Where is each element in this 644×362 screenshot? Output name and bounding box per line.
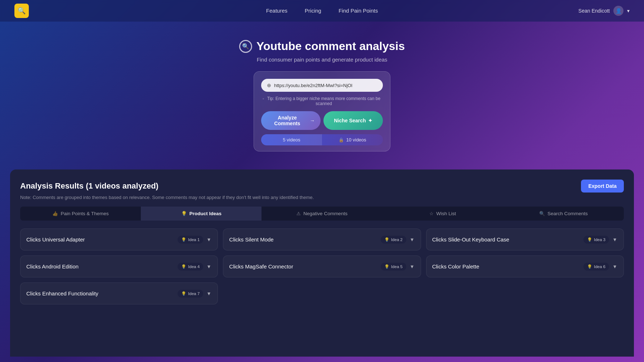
video-count-toggle[interactable]: 5 videos 🔒 10 videos — [261, 134, 383, 145]
idea-badge-4: 💡 Idea 4 — [178, 263, 203, 271]
idea-card-3[interactable]: Clicks Slide-Out Keyboard Case 💡 Idea 3 … — [426, 228, 624, 250]
export-data-button[interactable]: Export Data — [581, 180, 624, 193]
nav-pricing[interactable]: Pricing — [305, 8, 321, 14]
nav-find-pain-points[interactable]: Find Pain Points — [339, 8, 378, 14]
url-input-wrap: ⊕ — [261, 79, 383, 92]
idea-expand-button-2[interactable]: ▾ — [409, 235, 415, 244]
url-icon: ⊕ — [267, 82, 271, 88]
idea-title-6: Clicks Color Palette — [432, 263, 479, 270]
idea-left-5: Clicks MagSafe Connector — [229, 263, 293, 270]
idea-title-3: Clicks Slide-Out Keyboard Case — [432, 236, 509, 243]
user-chevron-icon: ▾ — [627, 8, 630, 14]
idea-left-2: Clicks Silent Mode — [229, 236, 273, 243]
idea-card-5[interactable]: Clicks MagSafe Connector 💡 Idea 5 ▾ — [223, 255, 421, 277]
tab-wish-list[interactable]: ☆ Wish List — [383, 207, 503, 221]
idea-badge-1: 💡 Idea 1 — [178, 236, 203, 244]
idea-bulb-icon-3: 💡 — [587, 237, 592, 242]
results-section: Analysis Results (1 videos analyzed) Exp… — [10, 169, 634, 357]
tab-product-ideas-label: Product Ideas — [189, 211, 222, 216]
user-avatar-icon: 👤 — [613, 6, 623, 16]
idea-right-6: 💡 Idea 6 ▾ — [583, 262, 618, 271]
analyze-label: Analyze Comments — [267, 115, 308, 126]
tab-wish-icon: ☆ — [429, 211, 434, 216]
idea-expand-button-1[interactable]: ▾ — [206, 235, 212, 244]
idea-expand-button-7[interactable]: ▾ — [206, 289, 212, 298]
url-input[interactable] — [274, 83, 377, 88]
search-card: ⊕ ◦ Tip: Entering a bigger niche means m… — [254, 71, 390, 151]
idea-badge-7: 💡 Idea 7 — [178, 290, 203, 298]
results-title: Analysis Results (1 videos analyzed) — [20, 181, 158, 191]
idea-right-3: 💡 Idea 3 ▾ — [583, 235, 618, 244]
lock-icon: 🔒 — [339, 137, 344, 142]
idea-expand-button-3[interactable]: ▾ — [612, 235, 618, 244]
tip-icon: ◦ — [263, 96, 264, 101]
idea-title-2: Clicks Silent Mode — [229, 236, 273, 243]
idea-badge-3: 💡 Idea 3 — [583, 236, 609, 244]
idea-bulb-icon-1: 💡 — [181, 237, 186, 242]
tab-pain-points-icon: 👍 — [52, 211, 58, 216]
idea-expand-button-6[interactable]: ▾ — [612, 262, 618, 271]
idea-left-7: Clicks Enhanced Functionality — [26, 290, 98, 297]
idea-card-4[interactable]: Clicks Android Edition 💡 Idea 4 ▾ — [20, 255, 218, 277]
tip-text: ◦ Tip: Entering a bigger niche means mor… — [261, 96, 383, 106]
idea-card-7[interactable]: Clicks Enhanced Functionality 💡 Idea 7 ▾ — [20, 282, 218, 304]
idea-card-6[interactable]: Clicks Color Palette 💡 Idea 6 ▾ — [426, 255, 624, 277]
analyze-comments-button[interactable]: Analyze Comments → — [261, 111, 321, 130]
niche-search-button[interactable]: Niche Search ✦ — [323, 111, 383, 130]
tab-negative-comments[interactable]: ⚠ Negative Comments — [261, 207, 382, 221]
idea-bulb-icon-6: 💡 — [587, 264, 592, 269]
tab-negative-label: Negative Comments — [303, 211, 347, 216]
navbar: 🔍 Features Pricing Find Pain Points Sean… — [0, 0, 644, 22]
video-5-option[interactable]: 5 videos — [261, 134, 322, 145]
idea-left-4: Clicks Android Edition — [26, 263, 79, 270]
user-menu[interactable]: Sean Endicott 👤 ▾ — [578, 6, 630, 16]
tab-pain-points[interactable]: 👍 Pain Points & Themes — [20, 207, 141, 221]
hero-section: 🔍 Youtube comment analysis Find consumer… — [0, 22, 644, 162]
tabs-bar: 👍 Pain Points & Themes 💡 Product Ideas ⚠… — [20, 207, 624, 221]
video-10-label: 10 videos — [346, 137, 366, 142]
idea-badge-2: 💡 Idea 2 — [381, 236, 406, 244]
hero-title-text: Youtube comment analysis — [256, 40, 405, 53]
nav-links: Features Pricing Find Pain Points — [266, 8, 378, 14]
idea-badge-5: 💡 Idea 5 — [381, 263, 406, 271]
idea-right-7: 💡 Idea 7 ▾ — [178, 289, 212, 298]
tab-product-ideas[interactable]: 💡 Product Ideas — [141, 207, 261, 221]
logo-icon: 🔍 — [18, 7, 26, 15]
idea-right-5: 💡 Idea 5 ▾ — [381, 262, 415, 271]
idea-left-6: Clicks Color Palette — [432, 263, 479, 270]
idea-left-1: Clicks Universal Adapter — [26, 236, 85, 243]
idea-bulb-icon-5: 💡 — [384, 264, 389, 269]
video-5-label: 5 videos — [283, 137, 300, 142]
idea-bulb-icon-2: 💡 — [384, 237, 389, 242]
ideas-grid: Clicks Universal Adapter 💡 Idea 1 ▾ Clic… — [20, 228, 624, 304]
nav-features[interactable]: Features — [266, 8, 287, 14]
tip-label: Tip: Entering a bigger niche means more … — [266, 96, 381, 106]
idea-title-5: Clicks MagSafe Connector — [229, 263, 293, 270]
video-10-option[interactable]: 🔒 10 videos — [322, 134, 383, 145]
idea-left-3: Clicks Slide-Out Keyboard Case — [432, 236, 509, 243]
idea-card-1[interactable]: Clicks Universal Adapter 💡 Idea 1 ▾ — [20, 228, 218, 250]
tab-wish-label: Wish List — [436, 211, 456, 216]
results-header: Analysis Results (1 videos analyzed) Exp… — [20, 180, 624, 193]
idea-right-2: 💡 Idea 2 ▾ — [381, 235, 415, 244]
idea-expand-button-5[interactable]: ▾ — [409, 262, 415, 271]
idea-bulb-icon-7: 💡 — [181, 291, 186, 296]
idea-bulb-icon-4: 💡 — [181, 264, 186, 269]
tab-search-comments[interactable]: 🔍 Search Comments — [503, 207, 624, 221]
idea-expand-button-4[interactable]: ▾ — [206, 262, 212, 271]
idea-card-2[interactable]: Clicks Silent Mode 💡 Idea 2 ▾ — [223, 228, 421, 250]
analyze-arrow-icon: → — [310, 118, 315, 123]
idea-title-4: Clicks Android Edition — [26, 263, 79, 270]
idea-title-1: Clicks Universal Adapter — [26, 236, 85, 243]
hero-subtitle: Find consumer pain points and generate p… — [7, 56, 637, 63]
action-buttons: Analyze Comments → Niche Search ✦ — [261, 111, 383, 130]
logo[interactable]: 🔍 — [14, 4, 29, 18]
tab-search-icon: 🔍 — [539, 211, 545, 216]
idea-right-4: 💡 Idea 4 ▾ — [178, 262, 212, 271]
idea-right-1: 💡 Idea 1 ▾ — [178, 235, 212, 244]
tab-negative-icon: ⚠ — [296, 211, 301, 216]
user-name: Sean Endicott — [578, 8, 610, 14]
search-circle-icon: 🔍 — [239, 40, 252, 53]
idea-title-7: Clicks Enhanced Functionality — [26, 290, 98, 297]
hero-title: 🔍 Youtube comment analysis — [7, 40, 637, 53]
